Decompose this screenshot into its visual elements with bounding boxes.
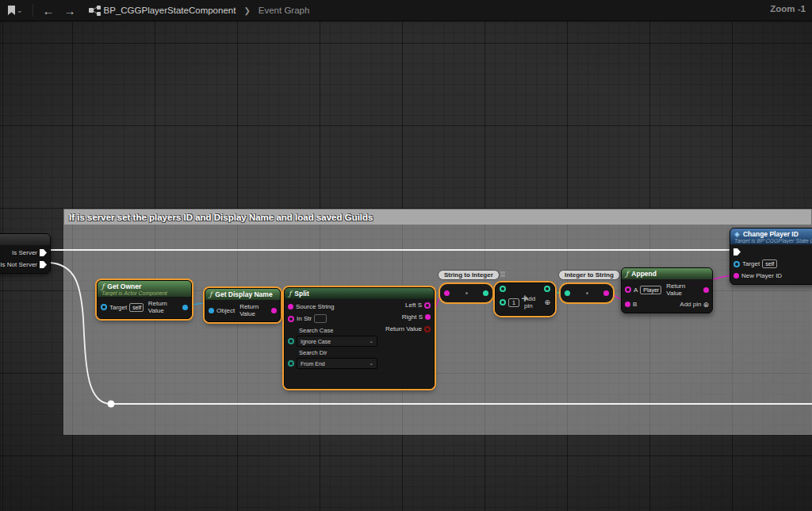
node-title: Change Player ID [743, 230, 799, 238]
node-add[interactable]: + 1 Add pin ⊕ [495, 282, 555, 316]
graph-icon [89, 6, 101, 16]
node-change-player-id[interactable]: ◈ Change Player ID Target is BP CGGPlaye… [730, 228, 812, 285]
plus-icon: + [522, 292, 529, 304]
pin-label: Source String [296, 303, 334, 310]
a-value-box[interactable]: Player [640, 286, 661, 294]
search-case-dropdown[interactable]: Ignore Case ⌄ [297, 336, 377, 347]
pin-label: Object [216, 307, 235, 314]
string-output-pin[interactable] [603, 290, 609, 296]
chevron-down-icon: ⌄ [17, 7, 23, 14]
object-output-pin[interactable] [182, 305, 188, 310]
pin-label: B [633, 301, 637, 308]
graph-toolbar: ⌄ ← → BP_CGGPlayerStateComponent ❯ Event… [0, 0, 812, 21]
pin-label: Return Value [239, 303, 269, 317]
node-integer-to-string-title[interactable]: Integer to String [558, 270, 620, 280]
compact-node-dot [586, 292, 588, 294]
zoom-level-label: Zoom -1 [770, 4, 806, 13]
object-input-pin[interactable] [733, 261, 740, 267]
target-value-box[interactable]: self [762, 259, 777, 268]
breadcrumb-blueprint[interactable]: BP_CGGPlayerStateComponent [104, 6, 236, 15]
target-value-box[interactable]: self [129, 303, 144, 312]
enum-input-pin[interactable] [288, 338, 294, 344]
exec-output-pin[interactable] [40, 249, 47, 256]
pin-label: Return Value [148, 300, 180, 314]
string-input-pin[interactable] [444, 290, 450, 296]
chevron-down-icon: ⌄ [369, 338, 373, 344]
in-str-value-box[interactable] [314, 314, 327, 323]
object-input-pin[interactable] [101, 304, 107, 310]
breadcrumb-separator-icon: ❯ [243, 6, 250, 15]
pin-label: Search Dir [299, 349, 434, 356]
pin-toggle-icon [500, 271, 505, 279]
node-split[interactable]: ƒ Split Source String In Str Search Case [284, 287, 435, 389]
node-append[interactable]: ƒ Append A Player Return Value B [621, 267, 713, 313]
object-input-pin[interactable] [209, 308, 214, 313]
string-output-pin[interactable] [703, 287, 709, 293]
string-output-pin[interactable] [424, 302, 431, 309]
exec-input-pin[interactable] [733, 248, 741, 256]
string-input-pin[interactable] [288, 316, 294, 322]
int-input-pin[interactable] [500, 286, 506, 292]
node-integer-to-string[interactable] [561, 284, 613, 302]
pin-label: Target [742, 260, 760, 267]
pin-label: Return Value [666, 282, 701, 297]
pin-label: Return Value [385, 325, 422, 332]
pin-label: A [634, 286, 638, 294]
node-title: Append [631, 270, 657, 278]
forward-button[interactable]: → [61, 5, 79, 17]
compact-node-dot [465, 292, 468, 294]
string-output-pin[interactable] [271, 308, 277, 313]
breadcrumb: BP_CGGPlayerStateComponent ❯ Event Graph [84, 6, 315, 16]
node-subtitle: Target is Actor Component [102, 290, 187, 296]
enum-input-pin[interactable] [288, 360, 294, 367]
int-output-pin[interactable] [483, 290, 488, 296]
string-input-pin[interactable] [625, 286, 631, 293]
pin-label: Left S [405, 302, 422, 309]
string-input-pin[interactable] [288, 304, 293, 309]
pin-label: Is Server [12, 249, 37, 256]
int-output-pin[interactable] [544, 286, 550, 292]
string-input-pin[interactable] [625, 302, 630, 307]
back-button[interactable]: ← [40, 5, 58, 17]
function-icon: ƒ [209, 290, 212, 298]
comment-box: If is server set the players ID and Disp… [63, 209, 812, 435]
dropdown-value: From End [301, 361, 325, 367]
bool-output-pin[interactable] [424, 326, 431, 332]
node-string-to-integer-title[interactable]: String to Integer [438, 270, 500, 280]
node-string-to-integer[interactable] [440, 284, 492, 302]
function-call-icon: ◈ [734, 231, 740, 238]
dropdown-value: Ignore Case [301, 339, 331, 344]
exec-output-pin[interactable] [40, 261, 47, 268]
node-server[interactable]: Server Is Server Is Not Server [0, 233, 51, 274]
comment-header[interactable]: If is server set the players ID and Disp… [63, 209, 812, 225]
node-get-display-name[interactable]: ƒ Get Display Name Object Return Value [205, 288, 281, 322]
pin-label: Is Not Server [0, 261, 37, 268]
node-get-owner[interactable]: ƒ Get Owner Target is Actor Component Ta… [97, 280, 192, 319]
node-title: Split [294, 290, 308, 298]
search-dir-dropdown[interactable]: From End ⌄ [297, 358, 377, 369]
string-output-pin[interactable] [425, 314, 431, 320]
blueprint-editor: ⌄ ← → BP_CGGPlayerStateComponent ❯ Event… [0, 0, 812, 511]
breadcrumb-event-graph[interactable]: Event Graph [259, 6, 310, 15]
int-input-pin[interactable] [565, 290, 570, 296]
comment-body [63, 225, 812, 435]
pin-label: Target [109, 304, 127, 311]
bookmark-button[interactable]: ⌄ [5, 6, 26, 15]
int-value-box[interactable]: 1 [508, 298, 519, 307]
event-graph-canvas[interactable]: If is server set the players ID and Disp… [0, 21, 812, 511]
add-circle-icon: ⊕ [544, 298, 550, 306]
pin-label: New Player ID [741, 272, 782, 279]
chevron-down-icon: ⌄ [369, 360, 373, 367]
function-icon: ƒ [102, 282, 104, 290]
bookmark-icon [8, 6, 15, 15]
node-title: Integer to String [565, 271, 614, 279]
add-circle-icon: ⊕ [703, 301, 709, 309]
node-title: Get Owner [107, 282, 141, 290]
node-title: String to Integer [444, 271, 493, 279]
comment-title: If is server set the players ID and Disp… [69, 213, 373, 222]
pin-label: Right S [402, 313, 423, 321]
int-input-pin[interactable] [500, 299, 506, 305]
add-pin-button[interactable]: Add pin ⊕ [680, 301, 709, 309]
string-input-pin[interactable] [733, 273, 739, 279]
add-pin-label: Add pin [680, 301, 701, 308]
